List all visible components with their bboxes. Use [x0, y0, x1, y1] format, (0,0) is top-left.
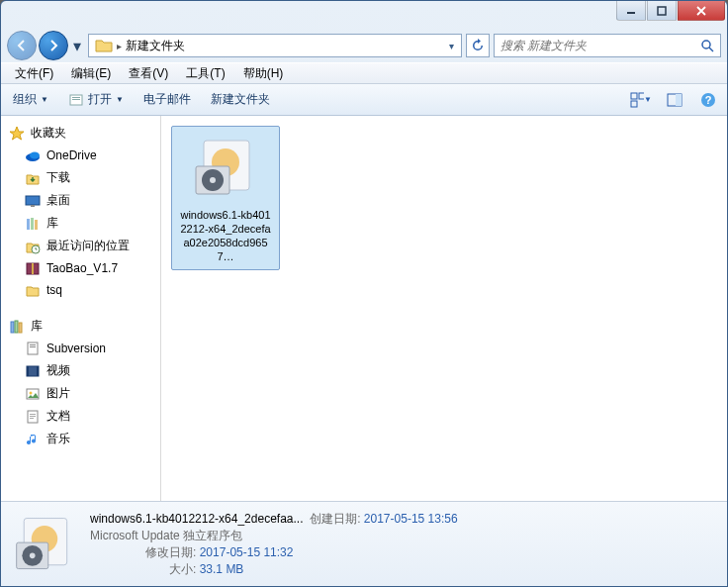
details-filename: windows6.1-kb4012212-x64_2decefaa...: [90, 512, 303, 526]
sidebar-item-label: Subversion: [46, 342, 106, 355]
search-input[interactable]: [500, 39, 700, 52]
refresh-button[interactable]: [466, 34, 490, 57]
explorer-window: ▾ ▸ 新建文件夹 ▾ 文件(F) 编辑(E) 查看(V) 工具(T) 帮助(H…: [0, 0, 728, 587]
email-button[interactable]: 电子邮件: [139, 89, 195, 110]
open-button[interactable]: 打开▼: [64, 89, 128, 110]
sidebar-item[interactable]: 音乐: [1, 428, 160, 450]
details-pane: windows6.1-kb4012212-x64_2decefaa... 创建日…: [1, 501, 727, 586]
svg-text:?: ?: [705, 94, 712, 106]
svg-rect-27: [30, 344, 36, 345]
file-list[interactable]: windows6.1-kb4012212-x64_2decefaa02e2058…: [161, 116, 727, 501]
new-folder-button[interactable]: 新建文件夹: [207, 89, 274, 110]
search-box[interactable]: [494, 34, 721, 57]
svg-rect-22: [32, 263, 34, 274]
maximize-button[interactable]: [647, 1, 677, 21]
menu-view[interactable]: 查看(V): [121, 63, 176, 84]
sidebar-item-label: tsq: [46, 283, 62, 297]
sidebar-favorites-header[interactable]: 收藏夹: [1, 122, 160, 145]
document-icon: [25, 409, 41, 425]
toolbar: 组织▼ 打开▼ 电子邮件 新建文件夹 ▼ ?: [1, 84, 727, 116]
sidebar-item[interactable]: 最近访问的位置: [1, 235, 160, 257]
msu-package-icon: [190, 133, 261, 204]
sidebar-item[interactable]: 下载: [1, 166, 160, 189]
recent-icon: [25, 239, 41, 254]
sidebar-item[interactable]: 文档: [1, 405, 160, 428]
svg-rect-30: [27, 366, 29, 376]
svg-rect-36: [30, 416, 36, 417]
svg-rect-23: [11, 322, 14, 333]
view-options-button[interactable]: ▼: [630, 89, 652, 111]
sidebar-item[interactable]: 桌面: [1, 189, 160, 212]
video-icon: [25, 363, 41, 379]
svg-rect-10: [676, 94, 682, 106]
svg-rect-17: [27, 219, 30, 230]
svg-rect-19: [35, 220, 38, 230]
music-icon: [25, 432, 41, 447]
svg-point-42: [210, 177, 216, 183]
svg-rect-37: [30, 418, 34, 419]
archive-icon: [25, 260, 41, 276]
sidebar-item-label: 库: [46, 215, 58, 232]
folder-icon: [95, 37, 113, 54]
onedrive-icon: [25, 147, 41, 163]
svg-rect-1: [658, 7, 666, 15]
details-type: Microsoft Update 独立程序包: [90, 528, 458, 544]
nav-row: ▾ ▸ 新建文件夹 ▾: [1, 29, 727, 62]
nav-history-dropdown[interactable]: ▾: [70, 34, 84, 57]
svg-rect-26: [28, 342, 38, 354]
sidebar-item[interactable]: TaoBao_V1.7: [1, 257, 160, 279]
organize-button[interactable]: 组织▼: [9, 89, 52, 110]
svg-rect-28: [30, 346, 36, 347]
menubar: 文件(F) 编辑(E) 查看(V) 工具(T) 帮助(H): [1, 62, 727, 84]
svg-rect-15: [26, 196, 40, 205]
open-icon: [68, 92, 84, 108]
sidebar-item-label: TaoBao_V1.7: [46, 261, 118, 275]
forward-button[interactable]: [39, 31, 68, 60]
titlebar: [1, 1, 727, 29]
sidebar-item[interactable]: OneDrive: [1, 145, 160, 166]
menu-edit[interactable]: 编辑(E): [63, 63, 119, 84]
menu-tools[interactable]: 工具(T): [178, 63, 232, 84]
address-dropdown[interactable]: ▾: [443, 41, 459, 51]
sidebar-item[interactable]: 视频: [1, 359, 160, 382]
sidebar: 收藏夹 OneDrive下载桌面库最近访问的位置TaoBao_V1.7tsq 库…: [1, 116, 161, 501]
sidebar-item[interactable]: tsq: [1, 279, 160, 301]
back-button[interactable]: [7, 31, 37, 60]
svg-rect-16: [31, 205, 35, 207]
details-text: windows6.1-kb4012212-x64_2decefaa... 创建日…: [90, 511, 458, 578]
svg-rect-35: [30, 414, 36, 415]
file-item-selected[interactable]: windows6.1-kb4012212-x64_2decefaa02e2058…: [171, 126, 280, 270]
search-icon[interactable]: [700, 39, 714, 52]
sidebar-item-label: 图片: [46, 385, 70, 402]
svn-icon: [25, 341, 41, 356]
preview-pane-button[interactable]: [664, 89, 685, 111]
sidebar-item-label: 音乐: [46, 431, 70, 447]
sidebar-item-label: 最近访问的位置: [46, 238, 130, 254]
sidebar-libraries-header[interactable]: 库: [1, 315, 160, 338]
file-label: windows6.1-kb4012212-x64_2decefaa02e2058…: [178, 208, 273, 263]
sidebar-item[interactable]: 图片: [1, 382, 160, 405]
sidebar-item-label: 视频: [46, 362, 70, 379]
svg-rect-0: [627, 12, 635, 14]
svg-rect-4: [72, 97, 80, 98]
sidebar-item-label: OneDrive: [46, 148, 97, 162]
menu-file[interactable]: 文件(F): [7, 63, 61, 84]
minimize-button[interactable]: [616, 1, 646, 21]
folder-icon: [25, 282, 41, 298]
menu-help[interactable]: 帮助(H): [235, 63, 292, 84]
svg-rect-8: [631, 101, 637, 107]
sidebar-item[interactable]: Subversion: [1, 338, 160, 359]
picture-icon: [25, 386, 41, 402]
address-bar[interactable]: ▸ 新建文件夹 ▾: [88, 34, 462, 57]
star-icon: [9, 126, 25, 142]
download-icon: [25, 170, 41, 186]
svg-rect-18: [31, 218, 34, 230]
close-button[interactable]: [678, 1, 725, 21]
svg-rect-25: [19, 323, 22, 333]
svg-rect-5: [72, 99, 80, 100]
library-icon: [9, 319, 25, 335]
sidebar-item[interactable]: 库: [1, 212, 160, 235]
help-button[interactable]: ?: [697, 89, 719, 111]
desktop-icon: [25, 193, 41, 209]
breadcrumb-item[interactable]: 新建文件夹: [122, 38, 189, 54]
